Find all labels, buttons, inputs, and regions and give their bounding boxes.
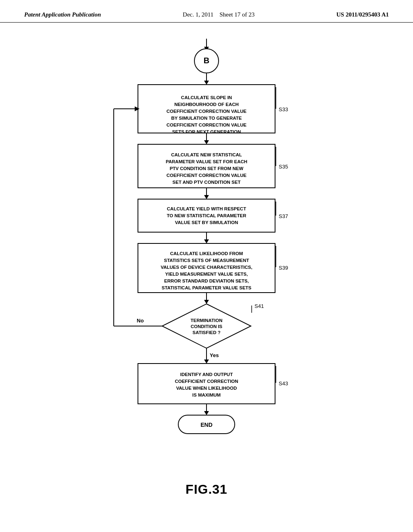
s33-text-3: COEFFICIENT CORRECTION VALUE <box>167 109 247 114</box>
s33-text-5: COEFFICIENT CORRECTION VALUE <box>167 123 247 127</box>
s43-text-4: IS MAXIMUM <box>192 393 221 397</box>
s35-text-2: PARAMETER VALUE SET FOR EACH <box>166 159 247 164</box>
date-sheet-label: Dec. 1, 2011 Sheet 17 of 23 <box>183 11 254 18</box>
svg-marker-25 <box>204 411 209 415</box>
svg-marker-9 <box>204 195 209 199</box>
s33-text-2: NEIGHBOURHOOD OF EACH <box>174 102 239 107</box>
s39-text-1: CALCULATE LIKELIHOOD FROM <box>170 251 243 256</box>
s37-text-2: TO NEW STATISTICAL PARAMETER <box>167 213 247 218</box>
main-content: B CALCULATE SLOPE IN NEIGHBOURHOOD OF EA… <box>0 23 413 505</box>
s43-text-1: IDENTIFY AND OUTPUT <box>180 372 233 377</box>
publication-label: Patent Application Publication <box>24 11 101 18</box>
s39-text-3: VALUES OF DEVICE CHARACTERISTICS, <box>161 265 252 270</box>
s39-text-6: STATISTICAL PARAMETER VALUE SETS <box>162 285 252 290</box>
s43-label: S43 <box>279 380 288 387</box>
figure-caption: FIG.31 <box>186 482 227 497</box>
s43-text-3: VALUE WHEN LIKELIHOOD <box>176 386 237 391</box>
s41-label: S41 <box>254 303 264 309</box>
svg-marker-6 <box>204 140 209 144</box>
patent-number-label: US 2011/0295403 A1 <box>336 11 389 18</box>
s35-text-3: PTV CONDITION SET FROM NEW <box>170 166 244 171</box>
s41-text-1: TERMINATION <box>190 318 222 323</box>
s39-text-4: YIELD MEASUREMENT VALUE SETS, <box>165 272 248 276</box>
s37-label: S37 <box>279 213 288 219</box>
s37-text-1: CALCULATE YIELD WITH RESPECT <box>167 206 246 211</box>
svg-marker-22 <box>204 360 209 364</box>
s43-box <box>138 364 275 404</box>
svg-marker-15 <box>204 300 209 304</box>
s33-text-1: CALCULATE SLOPE IN <box>181 95 232 100</box>
s33-label: S33 <box>279 106 288 112</box>
svg-marker-3 <box>204 81 209 85</box>
s35-text-5: SET AND PTV CONDITION SET <box>173 180 241 185</box>
s39-text-5: ERROR STANDARD DEVIATION SETS, <box>164 278 249 283</box>
yes-label: Yes <box>210 352 219 358</box>
s41-text-3: SATISFIED ? <box>192 330 220 335</box>
start-label: B <box>204 56 209 65</box>
s39-text-2: STATISTICS SETS OF MEASUREMENT <box>164 258 249 263</box>
page-header: Patent Application Publication Dec. 1, 2… <box>0 0 413 23</box>
s37-text-3: VALUE SET BY SIMULATION <box>175 220 238 225</box>
sheet-label: Sheet 17 of 23 <box>219 11 254 18</box>
s43-text-2: COEFFICIENT CORRECTION <box>175 379 238 384</box>
end-label: END <box>200 422 213 428</box>
s39-label: S39 <box>279 265 288 271</box>
no-label: No <box>137 318 144 324</box>
s35-label: S35 <box>279 164 288 170</box>
s41-text-2: CONDITION IS <box>191 324 223 329</box>
date-label: Dec. 1, 2011 <box>183 11 213 18</box>
flowchart-diagram: B CALCULATE SLOPE IN NEIGHBOURHOOD OF EA… <box>69 35 344 470</box>
s35-text-4: COEFFICIENT CORRECTION VALUE <box>167 173 247 178</box>
s35-text-1: CALCULATE NEW STATISTICAL <box>171 152 242 157</box>
svg-marker-12 <box>204 239 209 243</box>
s33-text-4: BY SIMULATION TO GENERATE <box>171 116 242 121</box>
